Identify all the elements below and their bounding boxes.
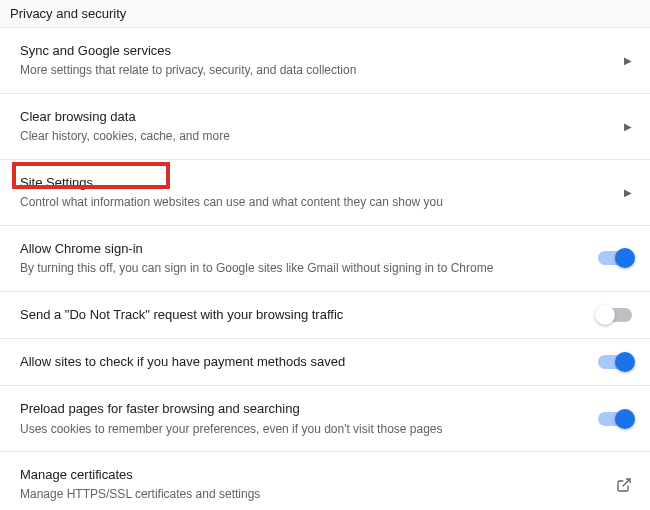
toggle-knob — [615, 352, 635, 372]
row-content: Send a "Do Not Track" request with your … — [20, 306, 586, 324]
toggle-knob — [595, 305, 615, 325]
row-subtitle: Manage HTTPS/SSL certificates and settin… — [20, 486, 604, 503]
row-subtitle: By turning this off, you can sign in to … — [20, 260, 586, 277]
row-clear-browsing-data[interactable]: Clear browsing data Clear history, cooki… — [0, 94, 650, 160]
row-subtitle: More settings that relate to privacy, se… — [20, 62, 612, 79]
row-title: Allow sites to check if you have payment… — [20, 353, 586, 371]
row-manage-certificates[interactable]: Manage certificates Manage HTTPS/SSL cer… — [0, 452, 650, 510]
row-title: Send a "Do Not Track" request with your … — [20, 306, 586, 324]
chevron-right-icon: ▶ — [624, 55, 632, 66]
toggle-knob — [615, 248, 635, 268]
row-title: Clear browsing data — [20, 108, 612, 126]
toggle-preload[interactable] — [598, 412, 632, 426]
chevron-right-icon: ▶ — [624, 187, 632, 198]
row-subtitle: Control what information websites can us… — [20, 194, 612, 211]
toggle-knob — [615, 409, 635, 429]
section-header-title: Privacy and security — [10, 6, 126, 21]
row-content: Clear browsing data Clear history, cooki… — [20, 108, 612, 145]
row-title: Allow Chrome sign-in — [20, 240, 586, 258]
toggle-payment-methods[interactable] — [598, 355, 632, 369]
row-sync-google-services[interactable]: Sync and Google services More settings t… — [0, 28, 650, 94]
row-do-not-track: Send a "Do Not Track" request with your … — [0, 292, 650, 339]
row-title: Manage certificates — [20, 466, 604, 484]
svg-line-0 — [623, 479, 630, 486]
external-link-icon — [616, 477, 632, 493]
toggle-chrome-signin[interactable] — [598, 251, 632, 265]
row-content: Allow sites to check if you have payment… — [20, 353, 586, 371]
row-content: Preload pages for faster browsing and se… — [20, 400, 586, 437]
section-header: Privacy and security — [0, 0, 650, 28]
row-preload-pages: Preload pages for faster browsing and se… — [0, 386, 650, 452]
row-title: Site Settings — [20, 174, 612, 192]
row-title: Preload pages for faster browsing and se… — [20, 400, 586, 418]
row-allow-chrome-signin: Allow Chrome sign-in By turning this off… — [0, 226, 650, 292]
row-content: Allow Chrome sign-in By turning this off… — [20, 240, 586, 277]
settings-list: Sync and Google services More settings t… — [0, 28, 650, 510]
row-subtitle: Uses cookies to remember your preference… — [20, 421, 586, 438]
row-payment-methods: Allow sites to check if you have payment… — [0, 339, 650, 386]
row-content: Manage certificates Manage HTTPS/SSL cer… — [20, 466, 604, 503]
toggle-do-not-track[interactable] — [598, 308, 632, 322]
row-content: Site Settings Control what information w… — [20, 174, 612, 211]
row-title: Sync and Google services — [20, 42, 612, 60]
row-site-settings[interactable]: Site Settings Control what information w… — [0, 160, 650, 226]
chevron-right-icon: ▶ — [624, 121, 632, 132]
row-subtitle: Clear history, cookies, cache, and more — [20, 128, 612, 145]
row-content: Sync and Google services More settings t… — [20, 42, 612, 79]
